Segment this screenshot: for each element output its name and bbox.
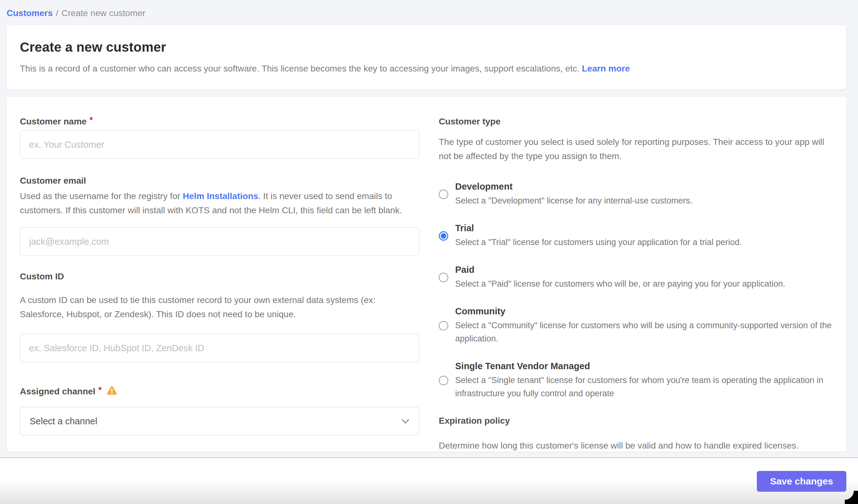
page-header-card: Create a new customer This is a record o… [6,25,846,90]
warning-triangle-icon [106,386,117,396]
page-footer: Save changes [0,457,858,504]
radio-button[interactable] [439,321,448,330]
breadcrumb-customers-link[interactable]: Customers [6,8,53,18]
customer-type-option[interactable]: Single Tenant Vendor Managed Select a "S… [439,361,833,400]
radio-button[interactable] [439,273,448,282]
form-right-column: Customer type The type of customer you s… [439,116,833,452]
screen-corner-decoration [845,491,858,504]
create-customer-page: Customers/Create new customer Create a n… [0,0,858,504]
customer-name-label: Customer name* [20,116,419,127]
customer-type-label: Customer type [439,116,833,127]
assigned-channel-label: Assigned channel* [20,386,419,396]
required-asterisk: * [98,385,102,395]
learn-more-link[interactable]: Learn more [582,64,630,74]
radio-option-description: Select a "Trial" license for customers u… [455,235,742,249]
radio-option-description: Select a "Development" license for any i… [455,194,693,207]
radio-button[interactable] [439,190,448,199]
assigned-channel-label-text: Assigned channel [20,387,96,396]
customer-email-input[interactable] [20,227,419,256]
radio-option-label: Trial [455,223,742,233]
assigned-channel-select[interactable]: Select a channel [20,407,419,435]
radio-option-text: Community Select a "Community" license f… [455,306,833,345]
radio-option-text: Development Select a "Development" licen… [455,181,693,207]
radio-option-description: Select a "Paid" license for customers wh… [455,277,785,290]
page-title: Create a new customer [20,40,833,55]
breadcrumb-separator: / [56,8,58,18]
form-left-column: Customer name* Customer email Used as th… [20,116,419,452]
page-description: This is a record of a customer who can a… [20,64,833,74]
customer-name-label-text: Customer name [20,116,87,126]
customer-email-label: Customer email [20,176,419,186]
radio-button[interactable] [439,376,448,385]
customer-type-option[interactable]: Trial Select a "Trial" license for custo… [439,223,833,249]
customer-email-description: Used as the username for the registry fo… [20,189,419,217]
radio-option-text: Trial Select a "Trial" license for custo… [455,223,742,249]
radio-button[interactable] [439,231,448,241]
custom-id-input[interactable] [20,334,419,362]
customer-form-card: Customer name* Customer email Used as th… [6,97,846,452]
helm-installations-link[interactable]: Helm Installations [183,191,258,201]
breadcrumb: Customers/Create new customer [0,0,858,18]
custom-id-description: A custom ID can be used to tie this cust… [20,293,419,321]
page-description-text: This is a record of a customer who can a… [20,64,582,74]
radio-option-label: Paid [455,265,785,275]
radio-option-label: Single Tenant Vendor Managed [455,361,833,371]
breadcrumb-current: Create new customer [62,8,145,18]
customer-type-option[interactable]: Community Select a "Community" license f… [439,306,833,345]
customer-type-option[interactable]: Paid Select a "Paid" license for custome… [439,265,833,290]
customer-name-input[interactable] [20,130,419,159]
required-asterisk: * [90,115,93,125]
email-desc-before: Used as the username for the registry fo… [20,191,183,201]
expiration-policy-description: Determine how long this customer's licen… [439,438,833,452]
save-changes-button[interactable]: Save changes [757,471,846,492]
radio-option-label: Development [455,181,693,192]
expiration-policy-label: Expiration policy [439,416,833,426]
customer-type-option[interactable]: Development Select a "Development" licen… [439,181,833,207]
radio-option-description: Select a "Community" license for custome… [455,319,833,345]
radio-option-label: Community [455,306,833,316]
customer-type-options: Development Select a "Development" licen… [439,181,833,400]
customer-type-description: The type of customer you select is used … [439,135,831,163]
assigned-channel-selected-value: Select a channel [30,416,97,426]
radio-option-text: Single Tenant Vendor Managed Select a "S… [455,361,833,400]
radio-option-description: Select a "Single tenant" license for cus… [455,374,833,400]
custom-id-label: Custom ID [20,272,419,282]
radio-option-text: Paid Select a "Paid" license for custome… [455,265,785,290]
chevron-down-icon [401,419,410,424]
